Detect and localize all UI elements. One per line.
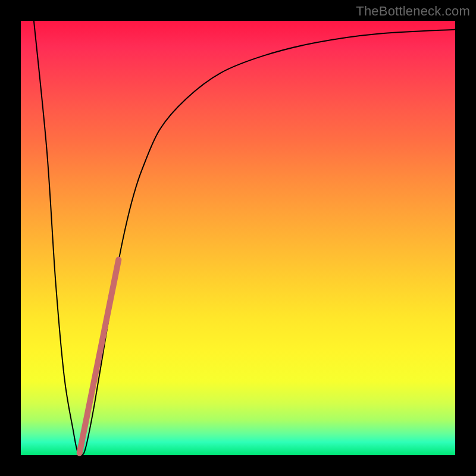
highlight-segment — [80, 260, 119, 453]
main-curve — [34, 21, 455, 455]
watermark-text: TheBottleneck.com — [356, 4, 470, 19]
chart-svg — [21, 21, 455, 455]
chart-frame: TheBottleneck.com — [0, 0, 476, 476]
